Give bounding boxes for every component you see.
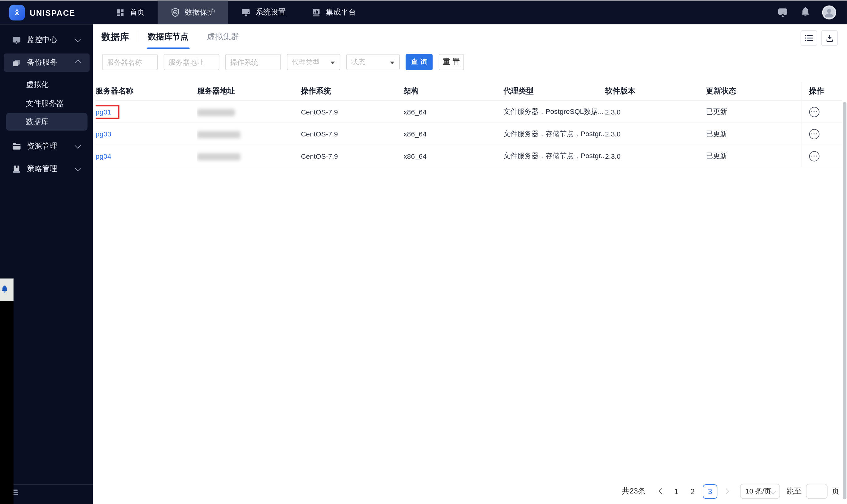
list-view-button[interactable] bbox=[800, 30, 817, 46]
os-cell: CentOS-7.9 bbox=[301, 123, 404, 145]
page-title: 数据库 bbox=[102, 31, 129, 43]
col-server-name: 服务器名称 bbox=[96, 82, 197, 101]
book-icon bbox=[12, 164, 21, 174]
pagination-page-3-current[interactable]: 3 bbox=[703, 484, 717, 499]
os-input[interactable] bbox=[225, 54, 281, 70]
sidebar-item-policy-management[interactable]: 策略管理 bbox=[4, 160, 89, 178]
nav-item-integration-platform[interactable]: 集成平台 bbox=[299, 1, 369, 24]
tab-database-nodes[interactable]: 数据库节点 bbox=[147, 24, 190, 49]
col-arch: 架构 bbox=[403, 82, 504, 101]
shield-check-icon bbox=[171, 7, 180, 17]
table-row: pg04 CentOS-7.9 x86_64 文件服务器，存储节点，Postgr… bbox=[96, 145, 842, 167]
row-actions-ellipsis-icon[interactable] bbox=[809, 151, 819, 161]
pagination: 共23条 1 2 3 10 条/页 跳至 页 bbox=[622, 484, 839, 499]
main-content: 数据库 数据库节点 虚拟集群 代理类型 bbox=[93, 24, 847, 504]
os-cell: CentOS-7.9 bbox=[301, 101, 404, 123]
sidebar-item-file-server[interactable]: 文件服务器 bbox=[0, 94, 93, 113]
vertical-scrollbar[interactable] bbox=[843, 102, 846, 499]
sidebar-item-label: 文件服务器 bbox=[26, 98, 64, 108]
grid-icon bbox=[116, 8, 125, 17]
chat-icon[interactable] bbox=[777, 6, 789, 18]
os-cell: CentOS-7.9 bbox=[301, 145, 404, 167]
header-divider bbox=[138, 31, 138, 42]
page-header: 数据库 数据库节点 虚拟集群 bbox=[93, 24, 847, 49]
server-link-pg03[interactable]: pg03 bbox=[96, 130, 111, 138]
nav-item-home[interactable]: 首页 bbox=[103, 1, 158, 24]
update-status-cell: 已更新 bbox=[706, 101, 802, 123]
sidebar: 监控中心 备份服务 虚拟化 文件服务器 数据库 资源管理 策略管理 bbox=[0, 24, 93, 504]
server-link-pg01[interactable]: pg01 bbox=[96, 108, 111, 116]
redacted-address bbox=[197, 109, 235, 116]
caret-down-icon bbox=[390, 61, 394, 64]
sidebar-item-monitor-center[interactable]: 监控中心 bbox=[4, 31, 89, 49]
reset-button[interactable]: 重 置 bbox=[439, 54, 464, 70]
version-cell: 2.3.0 bbox=[605, 101, 706, 123]
agent-type-select-placeholder: 代理类型 bbox=[292, 57, 320, 67]
jump-to-page-input[interactable] bbox=[806, 484, 828, 499]
nav-item-label: 集成平台 bbox=[326, 7, 356, 17]
nav-item-data-protection[interactable]: 数据保护 bbox=[158, 1, 228, 24]
brand-name: UNISPACE bbox=[30, 8, 75, 17]
nav-item-label: 系统设置 bbox=[255, 7, 286, 17]
server-link-pg04[interactable]: pg04 bbox=[96, 152, 111, 160]
nav-item-system-settings[interactable]: 系统设置 bbox=[228, 1, 299, 24]
row-actions-ellipsis-icon[interactable] bbox=[809, 107, 819, 117]
chat-square-icon bbox=[12, 35, 21, 44]
pagination-page-2[interactable]: 2 bbox=[685, 487, 701, 496]
sidebar-item-label: 虚拟化 bbox=[26, 79, 49, 89]
pagination-total: 共23条 bbox=[622, 486, 646, 496]
col-version: 软件版本 bbox=[605, 82, 706, 101]
arch-cell: x86_64 bbox=[403, 145, 504, 167]
sidebar-item-database[interactable]: 数据库 bbox=[6, 113, 87, 131]
unispace-logo-icon bbox=[9, 5, 25, 20]
sidebar-item-label: 策略管理 bbox=[27, 164, 57, 174]
page-size-select[interactable]: 10 条/页 bbox=[740, 484, 780, 499]
update-status-cell: 已更新 bbox=[706, 123, 802, 145]
monitor-gear-icon bbox=[241, 7, 250, 17]
pagination-prev-button[interactable] bbox=[655, 489, 668, 493]
agent-type-cell: 文件服务器，存储节点，Postgr... bbox=[504, 145, 605, 167]
col-update-status: 更新状态 bbox=[706, 82, 802, 101]
sidebar-item-label: 备份服务 bbox=[27, 58, 57, 68]
table-row: pg01 CentOS-7.9 x86_64 文件服务器，PostgreSQL数… bbox=[96, 101, 842, 123]
user-avatar[interactable] bbox=[822, 5, 836, 19]
sidebar-item-label: 监控中心 bbox=[27, 35, 57, 44]
chevron-up-icon bbox=[75, 60, 81, 66]
server-name-input[interactable] bbox=[102, 54, 158, 70]
tab-virtual-cluster[interactable]: 虚拟集群 bbox=[206, 24, 241, 49]
top-navbar: UNISPACE 首页 数据保护 系统设置 集成平台 bbox=[0, 0, 847, 24]
sidebar-item-label: 数据库 bbox=[26, 117, 49, 127]
chart-panel-icon bbox=[312, 7, 321, 17]
annotation-red-box: pg01 bbox=[96, 105, 120, 119]
pagination-next-button[interactable] bbox=[720, 489, 733, 493]
tab-label: 数据库节点 bbox=[148, 32, 189, 42]
version-cell: 2.3.0 bbox=[605, 123, 706, 145]
agent-type-select[interactable]: 代理类型 bbox=[287, 54, 340, 70]
sidebar-item-virtualization[interactable]: 虚拟化 bbox=[0, 75, 93, 94]
chevron-down-icon bbox=[75, 36, 81, 42]
status-select-placeholder: 状态 bbox=[351, 57, 365, 67]
server-address-input[interactable] bbox=[164, 54, 219, 70]
top-nav-right bbox=[777, 5, 847, 19]
sidebar-item-resource-management[interactable]: 资源管理 bbox=[4, 137, 89, 155]
query-button[interactable]: 查 询 bbox=[406, 54, 433, 70]
sidebar-item-label: 资源管理 bbox=[27, 141, 57, 151]
download-button[interactable] bbox=[821, 30, 838, 46]
copy-icon bbox=[12, 58, 21, 68]
top-nav-items: 首页 数据保护 系统设置 集成平台 bbox=[103, 1, 369, 24]
nav-item-label: 首页 bbox=[130, 7, 145, 17]
caret-down-icon bbox=[331, 61, 335, 64]
pagination-page-1[interactable]: 1 bbox=[668, 487, 684, 496]
chevron-down-icon bbox=[75, 143, 81, 149]
table-row: pg03 CentOS-7.9 x86_64 文件服务器，存储节点，Postgr… bbox=[96, 123, 842, 145]
page-size-value: 10 条/页 bbox=[745, 486, 771, 496]
filter-bar: 代理类型 状态 查 询 重 置 bbox=[102, 54, 464, 70]
status-select[interactable]: 状态 bbox=[346, 54, 400, 70]
redacted-address bbox=[197, 153, 241, 160]
row-actions-ellipsis-icon[interactable] bbox=[809, 129, 819, 139]
bell-icon[interactable] bbox=[800, 6, 811, 18]
agent-type-cell: 文件服务器，PostgreSQL数据... bbox=[504, 101, 605, 123]
table-header-row: 服务器名称 服务器地址 操作系统 架构 代理类型 软件版本 更新状态 操作 bbox=[96, 82, 842, 101]
sidebar-item-backup-services[interactable]: 备份服务 bbox=[4, 54, 89, 72]
background-window-black-area bbox=[0, 301, 14, 504]
